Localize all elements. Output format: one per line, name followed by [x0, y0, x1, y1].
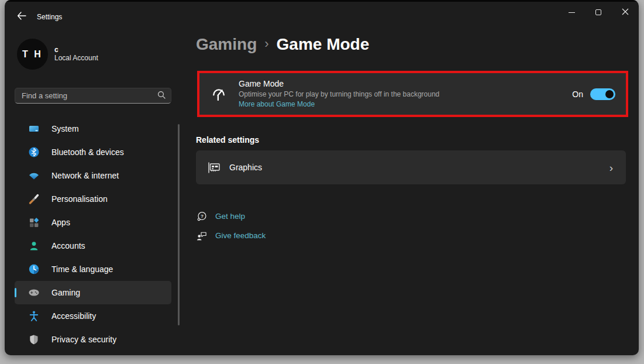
game-mode-title: Game Mode	[239, 79, 439, 89]
accessibility-figure-icon	[28, 310, 40, 322]
account-name: c	[54, 46, 98, 54]
gpu-card-icon	[206, 160, 222, 174]
sidebar-item-accessibility[interactable]: Accessibility	[15, 304, 171, 328]
gamepad-icon	[28, 287, 40, 298]
shield-icon	[28, 334, 40, 345]
annotation-highlight-box: Game Mode Optimise your PC for play by t…	[197, 71, 628, 117]
back-arrow-icon	[17, 12, 26, 22]
sidebar-item-label: Personalisation	[51, 194, 108, 204]
help-icon: ?	[195, 211, 207, 222]
back-button[interactable]	[15, 11, 28, 23]
settings-window: Settings T H c Local Account System	[5, 0, 639, 355]
person-icon	[28, 240, 40, 252]
sidebar-item-privacy-security[interactable]: Privacy & security	[15, 328, 171, 351]
get-help-label: Get help	[215, 212, 245, 221]
system-monitor-icon	[28, 123, 40, 135]
apps-grid-icon	[28, 217, 40, 228]
sidebar-item-label: Network & internet	[51, 171, 119, 180]
search-input[interactable]	[20, 91, 157, 101]
more-about-game-mode-link[interactable]: More about Game Mode	[239, 99, 439, 109]
sidebar-item-label: Bluetooth & devices	[51, 147, 124, 157]
sidebar-item-apps[interactable]: Apps	[15, 211, 171, 234]
minimize-icon	[569, 12, 575, 13]
bluetooth-icon	[28, 146, 40, 158]
game-mode-description: Optimise your PC for play by turning thi…	[239, 90, 439, 99]
account-header[interactable]: T H c Local Account	[17, 39, 98, 70]
close-icon	[622, 7, 629, 18]
close-button[interactable]	[612, 3, 639, 22]
give-feedback-label: Give feedback	[215, 231, 266, 240]
breadcrumb-separator-icon: ›	[257, 36, 276, 51]
sidebar-item-system[interactable]: System	[15, 117, 171, 140]
sidebar-scrollbar[interactable]	[178, 124, 180, 325]
get-help-link[interactable]: ? Get help	[195, 211, 245, 222]
game-mode-toggle[interactable]	[590, 88, 615, 100]
sidebar-item-time-language[interactable]: Time & language	[15, 257, 171, 281]
related-settings-heading: Related settings	[196, 135, 259, 145]
game-mode-setting-card: Game Mode Optimise your PC for play by t…	[199, 73, 626, 115]
graphics-settings-card[interactable]: Graphics ›	[196, 150, 626, 184]
paintbrush-icon	[28, 193, 40, 205]
sidebar-item-label: Apps	[51, 218, 70, 227]
wifi-icon	[28, 170, 40, 181]
sidebar-item-network-internet[interactable]: Network & internet	[15, 164, 171, 187]
sidebar-item-label: Accounts	[51, 241, 85, 250]
window-controls	[558, 3, 639, 22]
breadcrumb: Gaming › Game Mode	[196, 35, 369, 54]
sidebar-nav: System Bluetooth & devices Network & int…	[15, 117, 176, 351]
sidebar-item-label: Time & language	[51, 265, 113, 274]
page-title: Game Mode	[277, 35, 370, 54]
toggle-state-label: On	[572, 90, 583, 99]
maximize-icon	[595, 9, 601, 15]
speedometer-gauge-icon	[210, 86, 228, 102]
sidebar-item-personalisation[interactable]: Personalisation	[15, 187, 171, 211]
feedback-icon	[195, 230, 207, 241]
chevron-right-icon: ›	[609, 162, 615, 173]
svg-text:?: ?	[200, 214, 203, 219]
sidebar-item-label: Gaming	[51, 288, 80, 297]
maximize-button[interactable]	[585, 3, 612, 22]
minimize-button[interactable]	[558, 3, 585, 22]
search-icon	[157, 91, 166, 101]
sidebar-item-bluetooth-devices[interactable]: Bluetooth & devices	[15, 140, 171, 164]
window-title: Settings	[37, 13, 62, 21]
toggle-knob	[605, 90, 614, 98]
account-type: Local Account	[54, 54, 98, 63]
sidebar-item-label: System	[51, 124, 79, 133]
give-feedback-link[interactable]: Give feedback	[195, 230, 266, 241]
avatar: T H	[17, 39, 48, 70]
sidebar-item-gaming[interactable]: Gaming	[15, 281, 171, 304]
breadcrumb-parent[interactable]: Gaming	[196, 35, 257, 54]
sidebar-item-label: Accessibility	[51, 311, 96, 321]
sidebar-item-label: Privacy & security	[51, 335, 116, 344]
clock-icon	[28, 263, 40, 275]
graphics-label: Graphics	[229, 163, 262, 172]
sidebar-item-accounts[interactable]: Accounts	[15, 234, 171, 257]
search-box[interactable]	[15, 88, 171, 104]
